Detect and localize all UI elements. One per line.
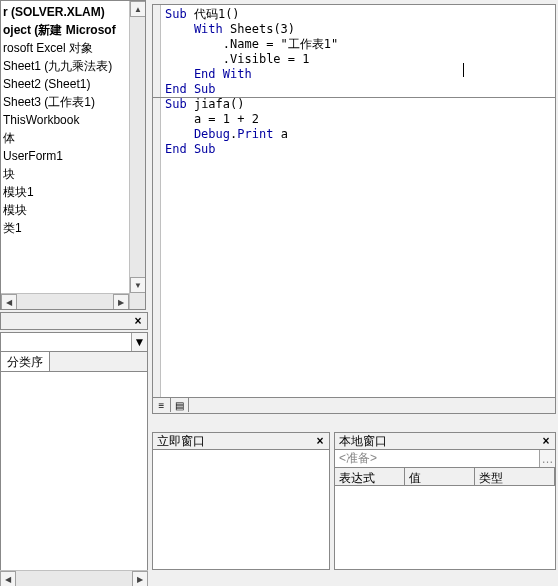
close-icon[interactable]: ×: [313, 434, 327, 448]
immediate-title: 立即窗口 ×: [152, 432, 330, 450]
tab-categorized[interactable]: 分类序: [1, 352, 50, 371]
tree-item-thisworkbook[interactable]: ThisWorkbook: [1, 111, 145, 129]
close-icon[interactable]: ×: [539, 434, 553, 448]
immediate-title-label: 立即窗口: [157, 433, 205, 450]
tree-item-modules[interactable]: 块: [1, 165, 145, 183]
immediate-body[interactable]: [152, 450, 330, 570]
locals-body[interactable]: <准备> … 表达式 值 类型: [334, 450, 556, 570]
scroll-right-icon[interactable]: ▶: [132, 571, 148, 586]
tree-item-userform1[interactable]: UserForm1: [1, 147, 145, 165]
code-editor[interactable]: Sub 代码1() With Sheets(3) .Name = "工作表1" …: [152, 4, 556, 398]
project-tree-vscrollbar[interactable]: ▲ ▼: [129, 1, 145, 309]
code-margin: [153, 5, 161, 397]
scroll-down-icon[interactable]: ▼: [130, 277, 146, 293]
dropdown-icon[interactable]: …: [539, 450, 555, 467]
tree-item-sheet1[interactable]: Sheet1 (九九乘法表): [1, 57, 145, 75]
tree-item-project[interactable]: oject (新建 Microsof: [1, 21, 145, 39]
locals-title-label: 本地窗口: [339, 433, 387, 450]
procedure-divider: [153, 97, 555, 98]
locals-header-type[interactable]: 类型: [475, 468, 555, 485]
close-icon[interactable]: ×: [131, 314, 145, 328]
code-pane: Sub 代码1() With Sheets(3) .Name = "工作表1" …: [152, 0, 556, 430]
project-explorer[interactable]: r (SOLVER.XLAM) oject (新建 Microsof rosof…: [0, 0, 146, 310]
tree-item-module1[interactable]: 模块1: [1, 183, 145, 201]
project-tree-hscrollbar[interactable]: ◀ ▶: [1, 293, 129, 309]
code-view-toggle: ≡ ▤: [152, 398, 556, 414]
tree-item-solver[interactable]: r (SOLVER.XLAM): [1, 3, 145, 21]
properties-grid[interactable]: [0, 372, 148, 580]
project-tree-content[interactable]: r (SOLVER.XLAM) oject (新建 Microsof rosof…: [1, 1, 145, 237]
full-module-view-button[interactable]: ▤: [171, 398, 189, 412]
tree-item-sheet2[interactable]: Sheet2 (Sheet1): [1, 75, 145, 93]
scroll-left-icon[interactable]: ◀: [0, 571, 16, 586]
code-text[interactable]: Sub 代码1() With Sheets(3) .Name = "工作表1" …: [165, 7, 338, 157]
procedure-view-button[interactable]: ≡: [153, 398, 171, 412]
tree-item-forms[interactable]: 体: [1, 129, 145, 147]
scroll-left-icon[interactable]: ◀: [1, 294, 17, 310]
locals-header-expression[interactable]: 表达式: [335, 468, 405, 485]
dropdown-icon[interactable]: ▼: [131, 333, 147, 351]
locals-headers: 表达式 值 类型: [335, 468, 555, 486]
locals-title: 本地窗口 ×: [334, 432, 556, 450]
locals-ready-bar: <准备> …: [335, 450, 555, 468]
tree-item-sheet3[interactable]: Sheet3 (工作表1): [1, 93, 145, 111]
scroll-up-icon[interactable]: ▲: [130, 1, 146, 17]
properties-header: ×: [0, 312, 148, 330]
left-pane-hscrollbar[interactable]: ◀ ▶: [0, 570, 148, 586]
locals-ready-label: <准备>: [339, 450, 377, 467]
locals-window: 本地窗口 × <准备> … 表达式 值 类型: [334, 432, 556, 586]
locals-header-value[interactable]: 值: [405, 468, 475, 485]
tree-item-class1[interactable]: 类1: [1, 219, 145, 237]
properties-tabs: 分类序: [0, 352, 148, 372]
scroll-right-icon[interactable]: ▶: [113, 294, 129, 310]
properties-object-combo[interactable]: ▼: [0, 332, 148, 352]
immediate-window: 立即窗口 ×: [152, 432, 330, 586]
text-cursor: [463, 63, 464, 77]
tree-item-excel-objects[interactable]: rosoft Excel 对象: [1, 39, 145, 57]
tree-item-module[interactable]: 模块: [1, 201, 145, 219]
